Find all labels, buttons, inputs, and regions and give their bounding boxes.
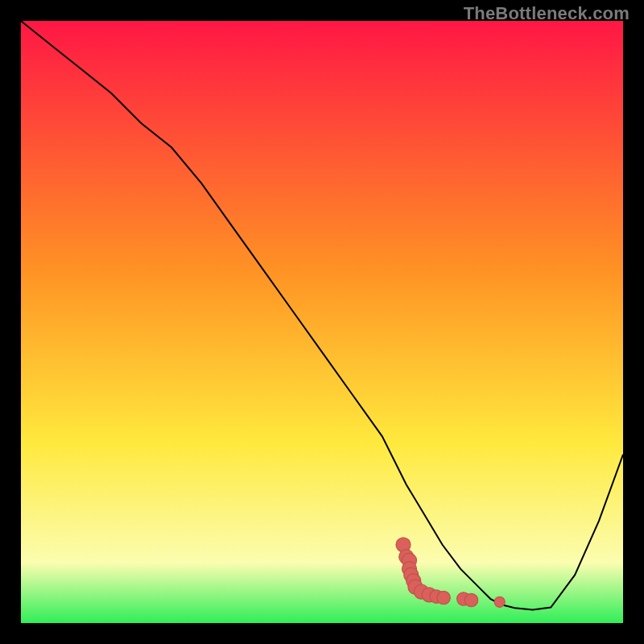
gradient-background: [21, 21, 623, 623]
chart-frame: TheBottleneck.com: [0, 0, 644, 644]
bottleneck-chart: [21, 21, 623, 623]
curve-marker: [437, 591, 450, 604]
watermark-text: TheBottleneck.com: [464, 3, 630, 24]
curve-marker: [464, 593, 477, 606]
curve-marker: [494, 597, 505, 607]
plot-area: [21, 21, 623, 623]
